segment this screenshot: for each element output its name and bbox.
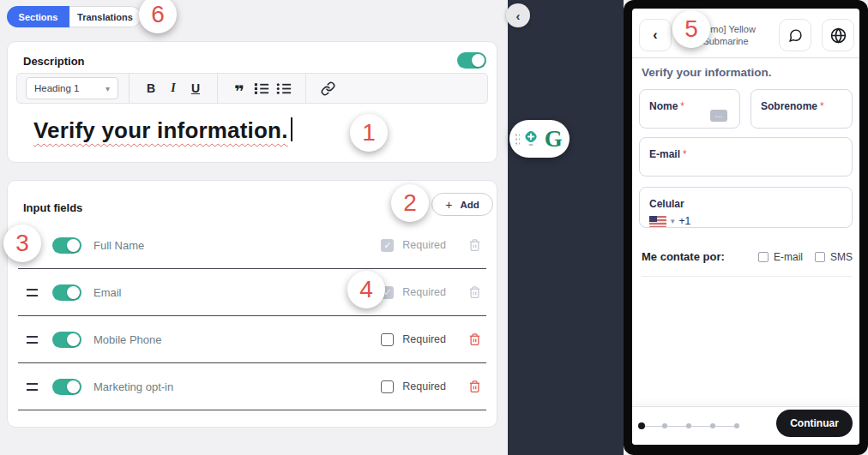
link-icon: [321, 81, 335, 96]
toolbar-divider: [129, 74, 130, 103]
ordered-list-icon: [254, 82, 269, 95]
underline-button[interactable]: U: [184, 77, 207, 99]
text-cursor: [291, 117, 292, 141]
description-card-title: Description: [23, 55, 85, 68]
chevron-down-icon: ▾: [105, 84, 110, 93]
italic-button[interactable]: I: [162, 77, 184, 99]
bold-button[interactable]: B: [140, 77, 162, 99]
annotation-badge-5: 5: [672, 10, 710, 48]
add-field-button[interactable]: + Add: [431, 193, 493, 216]
preview-back-button[interactable]: ‹: [639, 19, 672, 51]
header-divider: [632, 57, 859, 58]
drag-dots-icon: [515, 133, 520, 146]
contact-option-email[interactable]: E-mail: [758, 251, 803, 263]
trash-icon: [468, 285, 481, 299]
progress-dot: [686, 423, 691, 428]
chevron-left-icon: ‹: [653, 27, 657, 43]
phone-screen: ‹ [Demo] Yellow Submarine Verify your in…: [632, 9, 859, 445]
rich-text-editor[interactable]: Verify your information.: [18, 111, 486, 155]
editor-text: Verify your information.: [33, 117, 292, 144]
required-checkbox-mobile-phone[interactable]: [381, 333, 394, 346]
drag-handle-icon[interactable]: [27, 383, 38, 391]
field-row-mobile-phone: Mobile Phone Required: [18, 316, 486, 363]
panel-gutter: [508, 0, 624, 455]
email-field[interactable]: E-mail*: [639, 137, 853, 177]
mobile-phone-field[interactable]: Celular ▾ +1: [639, 187, 853, 228]
toolbar-divider: [305, 74, 306, 103]
preview-language-button[interactable]: [822, 19, 854, 51]
toggle-full-name[interactable]: [52, 237, 81, 254]
trash-icon: [468, 380, 481, 393]
plus-icon: +: [445, 198, 452, 212]
editor-toolbar: Heading 1 ▾ B I U ❞: [16, 73, 488, 104]
annotation-badge-3: 3: [3, 225, 41, 262]
blockquote-button[interactable]: ❞: [228, 77, 250, 99]
chevron-down-icon: ▾: [671, 217, 675, 225]
preview-heading: Verify your information.: [642, 66, 772, 79]
trash-icon: [468, 332, 481, 346]
ordered-list-button[interactable]: [250, 77, 273, 99]
field-row-full-name: Full Name Required: [18, 222, 486, 269]
preview-footer: Continuar: [632, 406, 859, 445]
form-builder-screen: Sections Translations Description Headin…: [0, 0, 868, 455]
progress-dot-active: [638, 422, 645, 429]
dial-code-selector[interactable]: ▾ +1: [649, 215, 842, 227]
us-flag-icon: [649, 216, 666, 227]
preview-chat-button[interactable]: [779, 19, 811, 51]
first-name-field[interactable]: Nome* …: [639, 89, 740, 129]
drag-handle-icon[interactable]: [27, 336, 38, 344]
field-row-marketing-opt-in: Marketing opt-in Required: [18, 363, 486, 410]
progress-dot: [662, 423, 667, 428]
grammarly-logo-icon: G: [541, 124, 566, 153]
input-fields-card: Input fields + Add Full Name Required: [7, 180, 497, 428]
annotation-badge-1: 1: [350, 114, 388, 152]
phone-preview-frame: ‹ [Demo] Yellow Submarine Verify your in…: [624, 0, 868, 455]
required-asterisk: *: [820, 100, 824, 112]
delete-full-name-button[interactable]: [468, 238, 481, 252]
annotation-badge-4: 4: [347, 271, 385, 308]
builder-panel: Sections Translations Description Headin…: [0, 0, 508, 455]
unordered-list-button[interactable]: [273, 77, 295, 99]
globe-icon: [830, 27, 847, 44]
chat-bubble-icon: [788, 28, 803, 43]
progress-dot: [734, 423, 739, 428]
progress-dot: [710, 423, 715, 428]
delete-marketing-opt-in-button[interactable]: [468, 380, 481, 393]
required-asterisk: *: [680, 100, 684, 112]
collapse-panel-button[interactable]: ‹: [506, 3, 530, 27]
last-name-field[interactable]: Sobrenome*: [750, 89, 853, 129]
panel-tabs: Sections Translations: [7, 6, 142, 27]
delete-email-button[interactable]: [468, 285, 481, 299]
progress-dots: [638, 421, 739, 431]
delete-mobile-phone-button[interactable]: [468, 332, 481, 346]
toggle-mobile-phone[interactable]: [52, 332, 81, 348]
email-checkbox[interactable]: [758, 252, 769, 262]
toggle-marketing-opt-in[interactable]: [52, 379, 81, 395]
link-button[interactable]: [316, 77, 339, 99]
description-card: Description Heading 1 ▾ B I U ❞: [7, 41, 497, 163]
drag-handle-icon[interactable]: [27, 289, 38, 296]
heading-select-value: Heading 1: [34, 83, 79, 93]
required-checkbox-marketing-opt-in[interactable]: [381, 380, 394, 393]
section-divider: [642, 276, 853, 277]
required-checkbox-full-name[interactable]: [381, 239, 394, 252]
grammarly-widget[interactable]: G: [509, 120, 570, 158]
tab-sections[interactable]: Sections: [7, 6, 69, 27]
description-toggle[interactable]: [457, 52, 486, 69]
unordered-list-icon: [276, 82, 292, 95]
toolbar-divider: [217, 74, 218, 103]
sms-checkbox[interactable]: [815, 252, 825, 262]
chevron-left-icon: ‹: [516, 9, 521, 23]
annotation-badge-2: 2: [391, 184, 429, 222]
heading-style-select[interactable]: Heading 1 ▾: [26, 77, 118, 99]
tab-translations[interactable]: Translations: [69, 6, 142, 27]
contact-option-sms[interactable]: SMS: [815, 251, 853, 263]
suggestion-lightbulb-icon: [521, 128, 541, 150]
trash-icon: [468, 238, 481, 252]
input-fields-title: Input fields: [23, 201, 82, 214]
autofill-icon: …: [710, 110, 727, 122]
required-asterisk: *: [683, 148, 687, 160]
continue-button[interactable]: Continuar: [776, 410, 853, 437]
field-row-email: Email Required: [18, 269, 486, 316]
toggle-email[interactable]: [52, 284, 81, 301]
